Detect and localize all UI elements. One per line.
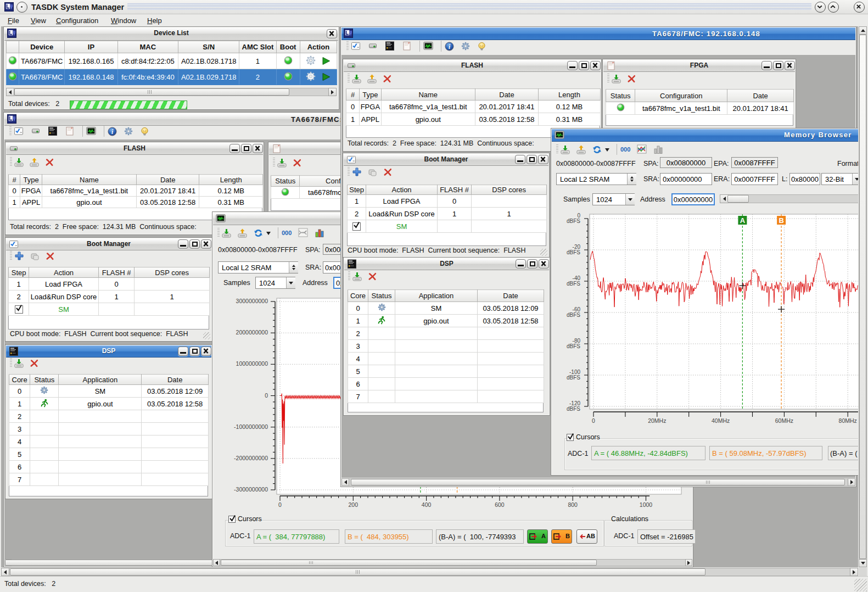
svg-text:A: A: [740, 216, 746, 225]
svg-text:B: B: [779, 216, 783, 225]
